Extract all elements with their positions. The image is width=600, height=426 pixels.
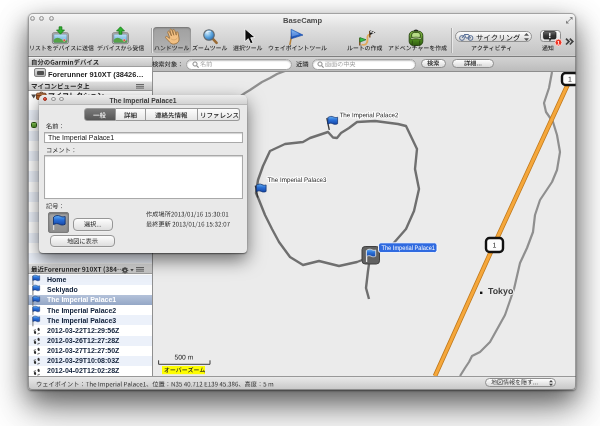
- svg-text:The Imperial Palace2: The Imperial Palace2: [339, 111, 398, 119]
- svg-text:The Imperial Palace1: The Imperial Palace1: [381, 244, 435, 252]
- svg-text:Tokyo: Tokyo: [488, 286, 514, 296]
- svg-text:1: 1: [557, 39, 560, 45]
- svg-text:1: 1: [493, 241, 497, 248]
- svg-text:1: 1: [568, 75, 572, 82]
- svg-text:500 m: 500 m: [175, 353, 194, 360]
- svg-text:The Imperial Palace3: The Imperial Palace3: [267, 176, 326, 184]
